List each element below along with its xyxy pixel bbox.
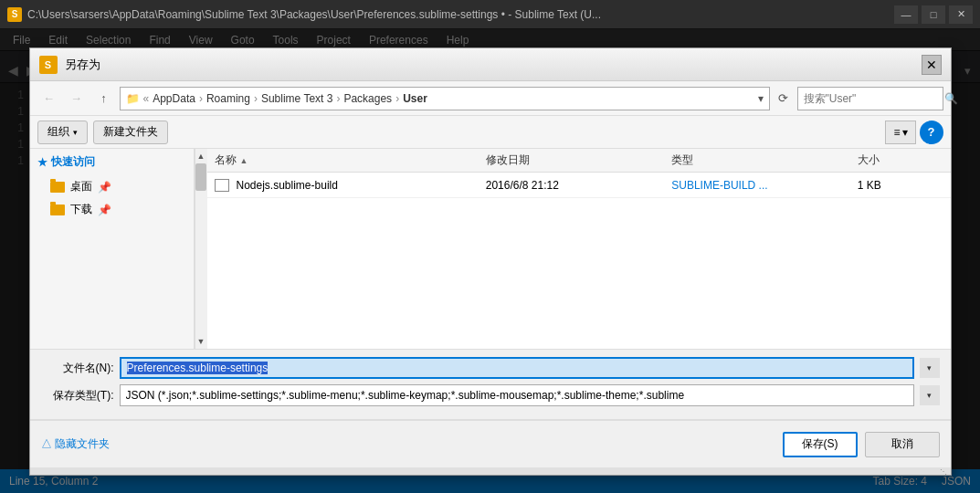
- path-bar[interactable]: 📁 « AppData › Roaming › Sublime Text 3 ›…: [120, 87, 770, 110]
- scroll-up-arrow[interactable]: ▲: [195, 149, 207, 163]
- sidebar-item-downloads[interactable]: 下载 📌: [30, 198, 194, 221]
- downloads-label: 下载: [70, 202, 92, 217]
- cancel-button[interactable]: 取消: [865, 432, 940, 457]
- quick-access-header[interactable]: ★ 快速访问: [30, 149, 194, 175]
- desktop-label: 桌面: [70, 179, 92, 194]
- scroll-thumb[interactable]: [195, 163, 206, 191]
- path-user: User: [403, 92, 427, 105]
- desktop-pin-icon: 📌: [98, 181, 111, 194]
- title-bar: S C:\Users\sarsers\AppData\Roaming\Subli…: [0, 0, 980, 29]
- column-date[interactable]: 修改日期: [479, 152, 665, 168]
- forward-button[interactable]: →: [65, 88, 89, 110]
- organize-button[interactable]: 组织 ▾: [37, 121, 88, 144]
- file-list-container: 名称 ▲ 修改日期 类型 大小 Nodej: [207, 149, 951, 349]
- path-packages: Packages: [343, 92, 392, 105]
- filetype-select[interactable]: JSON (*.json;*.sublime-settings;*.sublim…: [120, 384, 914, 406]
- path-icon: 📁: [126, 92, 140, 105]
- column-type[interactable]: 类型: [664, 152, 850, 168]
- column-name[interactable]: 名称 ▲: [207, 152, 479, 168]
- window-controls: — □ ✕: [894, 5, 973, 24]
- filetype-dropdown-arrow[interactable]: ▾: [920, 385, 940, 405]
- search-input[interactable]: [804, 92, 941, 105]
- filetype-value: JSON (*.json;*.sublime-settings;*.sublim…: [126, 389, 908, 402]
- dialog-actions-bar: 组织 ▾ 新建文件夹 ≡ ▾ ?: [30, 116, 951, 149]
- sidebar-scrollbar[interactable]: ▲ ▼: [195, 149, 207, 349]
- search-bar: 🔍: [797, 87, 943, 110]
- filetype-row: 保存类型(T): JSON (*.json;*.sublime-settings…: [41, 384, 940, 406]
- maximize-button[interactable]: □: [922, 5, 945, 24]
- scroll-down-arrow[interactable]: ▼: [195, 334, 207, 349]
- resize-handle[interactable]: ⋱: [30, 467, 951, 475]
- save-button[interactable]: 保存(S): [783, 432, 858, 457]
- help-button[interactable]: ?: [920, 121, 943, 144]
- file-name-cell: Nodejs.sublime-build: [207, 179, 479, 192]
- form-area: 文件名(N): ▾ 保存类型(T): JSON (*.json;*.sublim…: [30, 350, 951, 420]
- refresh-button[interactable]: ⟳: [774, 89, 794, 109]
- path-sublime: Sublime Text 3: [261, 92, 333, 105]
- desktop-folder-icon: [50, 181, 65, 194]
- sidebar-panel: ★ 快速访问 桌面 📌 下载 📌: [30, 149, 195, 349]
- up-button[interactable]: ↑: [92, 88, 116, 110]
- dialog-footer: △ 隐藏文件夹 保存(S) 取消: [30, 420, 951, 467]
- path-roaming: Roaming: [206, 92, 250, 105]
- dialog-title: 另存为: [65, 57, 922, 73]
- dialog-toolbar: ← → ↑ 📁 « AppData › Roaming › Sublime Te…: [30, 81, 951, 116]
- organize-label: 组织: [47, 124, 69, 140]
- filename-row: 文件名(N): ▾: [41, 357, 940, 379]
- resize-grip-icon: ⋱: [940, 467, 949, 475]
- sort-arrow-icon: ▲: [240, 156, 248, 165]
- minimize-button[interactable]: —: [894, 5, 918, 24]
- filename-label: 文件名(N):: [41, 361, 114, 376]
- dialog-overlay: S 另存为 ✕ ← → ↑ 📁 « AppData › Roaming › Su…: [0, 29, 980, 493]
- hide-folders-button[interactable]: △ 隐藏文件夹: [41, 436, 110, 452]
- dialog-app-icon: S: [39, 56, 58, 74]
- file-row[interactable]: Nodejs.sublime-build 2016/6/8 21:12 SUBL…: [207, 173, 951, 198]
- organize-arrow-icon: ▾: [73, 128, 78, 137]
- view-icon: ≡: [893, 126, 900, 139]
- file-size-cell: 1 KB: [850, 179, 951, 192]
- path-dropdown[interactable]: ▾: [758, 92, 764, 105]
- file-date-cell: 2016/6/8 21:12: [479, 179, 665, 192]
- window-title: C:\Users\sarsers\AppData\Roaming\Sublime…: [27, 8, 894, 21]
- file-type-cell: SUBLIME-BUILD ...: [664, 179, 850, 192]
- file-browser: ★ 快速访问 桌面 📌 下载 📌: [30, 149, 951, 350]
- quick-access-label: 快速访问: [51, 154, 95, 170]
- dialog-title-bar: S 另存为 ✕: [30, 48, 951, 81]
- downloads-folder-icon: [50, 204, 65, 216]
- search-icon: 🔍: [944, 92, 958, 105]
- downloads-pin-icon: 📌: [98, 204, 111, 216]
- close-button[interactable]: ✕: [949, 5, 973, 24]
- dialog-close-button[interactable]: ✕: [922, 55, 942, 75]
- file-icon: [215, 179, 229, 192]
- back-button[interactable]: ←: [37, 88, 61, 110]
- scroll-track: [195, 163, 207, 334]
- filename-input[interactable]: [120, 357, 914, 379]
- new-folder-button[interactable]: 新建文件夹: [93, 121, 168, 144]
- save-dialog: S 另存为 ✕ ← → ↑ 📁 « AppData › Roaming › Su…: [29, 47, 952, 476]
- file-list-header: 名称 ▲ 修改日期 类型 大小: [207, 149, 951, 173]
- column-size[interactable]: 大小: [850, 152, 951, 168]
- view-button[interactable]: ≡ ▾: [885, 121, 915, 144]
- sidebar-item-desktop[interactable]: 桌面 📌: [30, 175, 194, 198]
- filetype-label: 保存类型(T):: [41, 388, 114, 404]
- path-appdata: AppData: [153, 92, 195, 105]
- app-icon: S: [7, 7, 22, 22]
- new-folder-label: 新建文件夹: [103, 124, 158, 140]
- view-arrow-icon: ▾: [902, 126, 908, 139]
- filename-dropdown-arrow[interactable]: ▾: [920, 358, 940, 378]
- star-icon: ★: [37, 156, 47, 169]
